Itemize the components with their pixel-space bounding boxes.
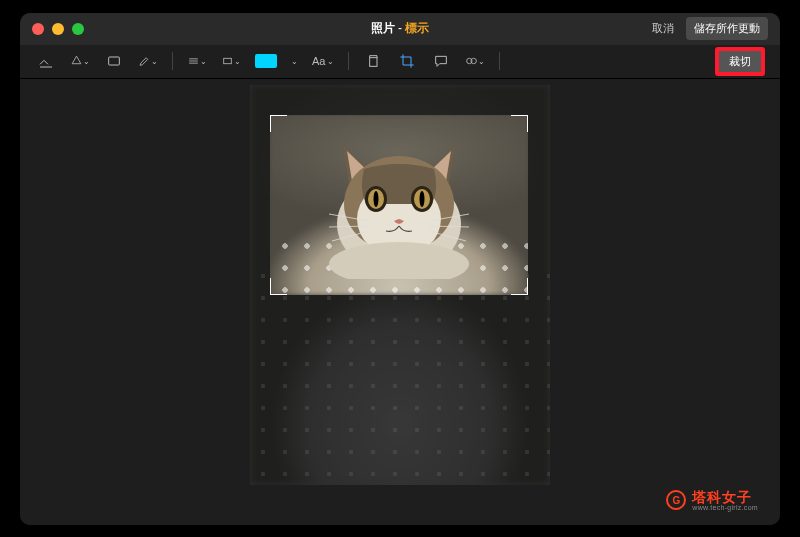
rectangle-icon[interactable] [104, 51, 124, 71]
image-preview[interactable] [250, 85, 550, 485]
crop-handle-tl[interactable] [270, 115, 287, 132]
line-style-icon[interactable]: ⌄ [187, 51, 207, 71]
copy-icon[interactable] [363, 51, 383, 71]
toolbar-separator [499, 52, 500, 70]
toolbar-separator [172, 52, 173, 70]
watermark-badge: G [666, 490, 686, 510]
watermark-text: 塔科女子 [692, 490, 758, 504]
fullscreen-window-button[interactable] [72, 23, 84, 35]
app-name: 照片 [371, 21, 395, 35]
crop-handle-bl[interactable] [270, 278, 287, 295]
comment-icon[interactable] [431, 51, 451, 71]
svg-point-12 [374, 191, 379, 207]
svg-rect-2 [370, 58, 377, 67]
shapes-icon[interactable]: ⌄ [70, 51, 90, 71]
traffic-lights [32, 23, 84, 35]
markup-icon[interactable] [36, 51, 56, 71]
image-canvas [20, 79, 780, 525]
color-picker[interactable] [255, 54, 277, 68]
text-tool[interactable]: Aa⌄ [312, 55, 334, 67]
toolbar-separator [348, 52, 349, 70]
edit-mode-label: 標示 [405, 21, 429, 35]
crop-handle-br[interactable] [511, 278, 528, 295]
image-subject [314, 129, 484, 279]
svg-point-13 [420, 191, 425, 207]
minimize-window-button[interactable] [52, 23, 64, 35]
titlebar: 照片 - 標示 取消 儲存所作更動 [20, 13, 780, 45]
crop-button-highlight: 裁切 [716, 48, 764, 75]
save-changes-button[interactable]: 儲存所作更動 [686, 17, 768, 40]
crop-icon[interactable] [397, 51, 417, 71]
app-window: 照片 - 標示 取消 儲存所作更動 ⌄ ⌄ ⌄ [20, 13, 780, 525]
crop-handle-tr[interactable] [511, 115, 528, 132]
cancel-button[interactable]: 取消 [646, 18, 680, 39]
crop-selection[interactable] [270, 115, 528, 295]
border-style-icon[interactable]: ⌄ [221, 51, 241, 71]
svg-rect-1 [224, 58, 232, 63]
watermark: G 塔科女子 www.tech-girlz.com [666, 490, 758, 511]
markup-toolbar: ⌄ ⌄ ⌄ ⌄ ⌄ Aa⌄ [20, 45, 780, 79]
adjust-icon[interactable]: ⌄ [465, 51, 485, 71]
draw-icon[interactable]: ⌄ [138, 51, 158, 71]
svg-rect-0 [109, 57, 120, 65]
close-window-button[interactable] [32, 23, 44, 35]
crop-apply-button[interactable]: 裁切 [719, 51, 761, 72]
watermark-sub: www.tech-girlz.com [692, 504, 758, 511]
